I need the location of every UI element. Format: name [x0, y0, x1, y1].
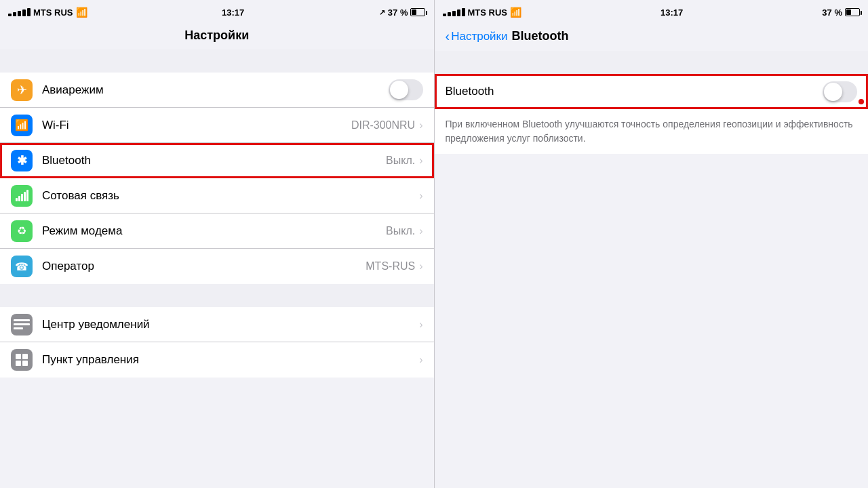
battery-percent: 37 %	[388, 7, 408, 18]
cellular-icon	[16, 190, 28, 201]
wifi-value: DIR-300NRU	[351, 119, 415, 131]
bluetooth-icon-bg: ✱	[11, 150, 33, 171]
control-label: Пункт управления	[42, 353, 419, 367]
modem-icon: ♻	[17, 224, 26, 237]
left-status-bar: MTS RUS 📶 13:17 ↗ 37 %	[0, 0, 434, 24]
time-label: 13:17	[222, 7, 244, 18]
bluetooth-label: Bluetooth	[42, 154, 386, 167]
control-icon	[16, 354, 28, 366]
operator-label: Оператор	[42, 260, 366, 273]
control-chevron-icon: ›	[419, 354, 422, 366]
modem-label: Режим модема	[42, 224, 386, 238]
modem-row[interactable]: ♻ Режим модема Выкл. ›	[0, 214, 434, 249]
status-right: ↗ 37 %	[379, 7, 426, 18]
signal-icon	[8, 8, 31, 16]
cellular-label: Сотовая связь	[42, 189, 419, 203]
right-battery-percent: 37 %	[822, 7, 842, 18]
notifications-icon-bg	[11, 314, 33, 336]
modem-icon-bg: ♻	[11, 220, 33, 242]
bluetooth-description: При включенном Bluetooth улучшаются точн…	[435, 109, 869, 154]
bluetooth-page-title: Bluetooth	[512, 29, 569, 43]
bluetooth-toggle-label: Bluetooth	[446, 85, 823, 98]
operator-value: MTS-RUS	[366, 260, 415, 272]
battery-icon	[410, 8, 425, 16]
bluetooth-value: Выкл.	[386, 155, 415, 167]
airplane-label: Авиарежим	[42, 83, 389, 97]
notifications-row[interactable]: Центр уведомлений ›	[0, 307, 434, 342]
wifi-icon: 📶	[76, 7, 87, 18]
back-chevron-icon: ‹	[446, 28, 450, 44]
wifi-icon-bg: 📶	[11, 115, 33, 136]
section-spacer-2	[0, 284, 434, 307]
settings-group-2: Центр уведомлений › Пункт управления ›	[0, 307, 434, 378]
notifications-chevron-icon: ›	[419, 319, 422, 331]
cellular-chevron-icon: ›	[419, 190, 422, 202]
section-spacer-top	[0, 49, 434, 73]
right-status-right: 37 %	[822, 7, 860, 18]
notifications-label: Центр уведомлений	[42, 318, 419, 331]
carrier-label: MTS RUS	[33, 7, 73, 18]
airplane-toggle-knob	[390, 81, 408, 99]
wifi-row[interactable]: 📶 Wi-Fi DIR-300NRU ›	[0, 108, 434, 143]
wifi-chevron-icon: ›	[419, 119, 422, 131]
right-battery-fill	[846, 9, 851, 15]
airplane-icon-bg: ✈	[11, 79, 33, 101]
battery-fill	[412, 9, 416, 15]
airplane-row[interactable]: ✈ Авиарежим	[0, 73, 434, 108]
modem-value: Выкл.	[386, 225, 415, 237]
wifi-icon: 📶	[15, 119, 28, 131]
operator-chevron-icon: ›	[419, 260, 422, 272]
right-carrier-label: MTS RUS	[468, 7, 508, 18]
cellular-icon-bg	[11, 185, 33, 207]
status-left: MTS RUS 📶	[8, 7, 87, 18]
cellular-row[interactable]: Сотовая связь ›	[0, 178, 434, 214]
bluetooth-nav-header: ‹ Настройки Bluetooth	[435, 24, 869, 51]
operator-row[interactable]: ☎ Оператор MTS-RUS ›	[0, 249, 434, 284]
control-row[interactable]: Пункт управления ›	[0, 342, 434, 378]
left-nav-title: Настройки	[0, 24, 434, 49]
back-label: Настройки	[451, 30, 507, 43]
bluetooth-section: Bluetooth При включенном Bluetooth улучш…	[435, 74, 869, 154]
back-button[interactable]: ‹ Настройки	[446, 28, 508, 44]
right-signal-icon	[443, 8, 465, 16]
red-indicator	[859, 99, 864, 104]
right-wifi-icon: 📶	[510, 7, 521, 18]
right-time-label: 13:17	[660, 7, 683, 18]
bluetooth-toggle-knob	[824, 83, 842, 101]
bluetooth-toggle[interactable]	[823, 81, 857, 102]
settings-group-1: ✈ Авиарежим 📶 Wi-Fi DIR-300NRU › ✱ Bluet…	[0, 73, 434, 284]
wifi-label: Wi-Fi	[42, 119, 351, 132]
modem-chevron-icon: ›	[419, 225, 422, 237]
right-status-bar: MTS RUS 📶 13:17 37 %	[435, 0, 869, 24]
right-status-left: MTS RUS 📶	[443, 7, 522, 18]
right-battery-icon	[845, 8, 860, 16]
settings-title: Настройки	[184, 28, 249, 42]
right-panel: MTS RUS 📶 13:17 37 % ‹ Настройки Bluetoo…	[435, 0, 869, 488]
airplane-icon: ✈	[17, 83, 27, 98]
bluetooth-row[interactable]: ✱ Bluetooth Выкл. ›	[0, 143, 434, 178]
notifications-icon	[14, 317, 30, 333]
right-section-spacer	[435, 51, 869, 74]
operator-icon-bg: ☎	[11, 256, 33, 277]
airplane-toggle[interactable]	[389, 79, 423, 100]
control-icon-bg	[11, 349, 33, 371]
nav-arrow-icon: ↗	[379, 8, 385, 17]
phone-icon: ☎	[15, 260, 28, 273]
bluetooth-icon: ✱	[17, 153, 27, 168]
bluetooth-chevron-icon: ›	[419, 155, 422, 167]
left-panel: MTS RUS 📶 13:17 ↗ 37 % Настройки ✈ Авиар…	[0, 0, 435, 488]
bluetooth-toggle-row[interactable]: Bluetooth	[435, 74, 869, 109]
